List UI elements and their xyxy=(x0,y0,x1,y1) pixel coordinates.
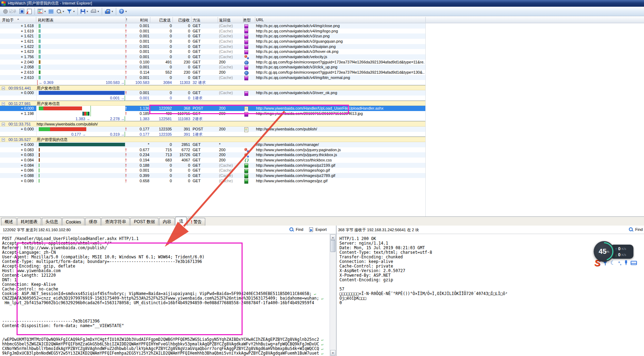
column-separator[interactable] xyxy=(125,17,126,23)
col-status-header[interactable]: 返回值 xyxy=(219,18,231,23)
col-time-header[interactable]: 时间 xyxy=(140,18,148,23)
request-row[interactable]: + 1.621!0.00100GET(Cache)http://s.pc.qq.… xyxy=(0,39,425,44)
export-icon[interactable] xyxy=(309,227,313,232)
summary-row[interactable]: 0.177 →0.319 →0.1771223353911请求 xyxy=(0,132,425,137)
column-separator[interactable] xyxy=(218,17,218,23)
col-recv-header[interactable]: 已接收 xyxy=(178,18,190,23)
pane-divider[interactable] xyxy=(336,226,337,356)
col-method-header[interactable]: 方法 xyxy=(193,18,200,23)
microphone-icon[interactable] xyxy=(624,260,628,266)
column-separator[interactable] xyxy=(36,17,36,23)
request-url[interactable]: http://www.yiwenbaida.com/images/logo.gi… xyxy=(256,168,424,173)
tab-内容[interactable]: 内容 xyxy=(159,218,175,226)
tab-查询字符串[interactable]: 查询字符串 xyxy=(101,218,130,226)
export-button[interactable]: Export xyxy=(315,227,327,232)
column-separator[interactable] xyxy=(243,17,243,23)
find-button[interactable]: Find xyxy=(296,227,303,232)
request-row[interactable]: + 0.000*02851GET*http://www.yiwenbaida.c… xyxy=(0,142,425,147)
title-bar[interactable]: HttpWatch [用户管理我的信息 - Internet Explorer] xyxy=(0,0,644,7)
record-button[interactable]: 记录 xyxy=(2,7,18,15)
tab-POST 数据[interactable]: POST 数据 xyxy=(130,218,158,226)
column-separator[interactable] xyxy=(150,17,150,23)
request-url[interactable]: http://s.pc.qq.com/navigate/adc/v4/img/c… xyxy=(256,23,424,29)
col-excl-header[interactable]: ! xyxy=(126,18,127,22)
request-row[interactable]: + 2.040!0.100491230GET200http://c.gj.qq.… xyxy=(0,60,425,65)
request-row[interactable]: + 2.058!0.00100GET(Cache)http://s.pc.qq.… xyxy=(0,65,425,70)
scroll-up-icon[interactable]: ▲ xyxy=(330,234,336,240)
memory-usage-gauge[interactable]: 45 % xyxy=(594,241,614,262)
request-url[interactable]: http://s.pc.qq.com/navigate/adc/v3/guang… xyxy=(256,39,424,44)
request-row[interactable]: + 0.084!0.1946834067GET200{}http://www.y… xyxy=(0,158,425,163)
punctuation-icon[interactable]: °, xyxy=(618,260,621,266)
request-row[interactable]: + 0.084!0.18800GET(Cache)http://www.yiwe… xyxy=(0,163,425,168)
request-url[interactable]: http://s.pc.qq.com/navigate/adc/v4/img/l… xyxy=(256,29,424,34)
request-url[interactable]: http://www.yiwenbaida.com/publish/ xyxy=(256,127,424,132)
request-row[interactable]: + 2.610!0.114552230GET200http://c.gj.qq.… xyxy=(0,70,425,75)
column-separator[interactable] xyxy=(425,17,426,23)
filter-button[interactable]: ▾ xyxy=(65,7,76,15)
column-header-row[interactable]: 开始于耗时图表!时间已发送已接收方法返回值类型URL▲ xyxy=(0,16,644,23)
collapse-icon[interactable] xyxy=(2,123,5,126)
tab-耗时图表[interactable]: 耗时图表 xyxy=(17,218,41,226)
request-row[interactable]: + 1.621!0.00100GET(Cache)http://s.pc.qq.… xyxy=(0,33,425,39)
request-row[interactable]: + 2.610!0.00100GET(Cache)http://s.pc.qq.… xyxy=(0,75,425,80)
tab-Cookies[interactable]: Cookies xyxy=(62,218,85,226)
request-row[interactable]: + 1.756!0.00100GET(Cache)http://s.pc.qq.… xyxy=(0,54,425,60)
request-row[interactable]: + 0.086!0.00100GET(Cache)http://www.yiwe… xyxy=(0,168,425,173)
request-url[interactable]: http://s.pc.qq.com/navigate/adc/v3/zuo.p… xyxy=(256,33,424,39)
group-header-row[interactable]: 00:11:35.527用户管理我的信息 xyxy=(0,137,425,142)
summary-row[interactable]: ← 0.369100.583 →100.58330841130332 请求 xyxy=(0,80,425,85)
scrollbar-thumb[interactable] xyxy=(330,240,336,252)
col-url-header[interactable]: URL xyxy=(256,18,264,22)
request-url[interactable]: http://www.yiwenbaida.com/css/thickbox.c… xyxy=(256,158,424,163)
request-row[interactable]: + 0.083!0.23471315726GET200http://www.yi… xyxy=(0,152,425,158)
column-separator[interactable] xyxy=(173,17,173,23)
request-row[interactable]: + 1.619!0.00100GET(Cache)http://s.pc.qq.… xyxy=(0,29,425,34)
request-url[interactable]: http://s.pc.qq.com/navigate/adc/v3/suipi… xyxy=(256,44,424,49)
scroll-down-icon[interactable]: ▼ xyxy=(330,350,336,356)
request-url[interactable]: http://s.pc.qq.com/navigate/adc/velocity… xyxy=(256,54,424,60)
keyboard-icon[interactable] xyxy=(631,261,637,265)
col-start-header[interactable]: 开始于 xyxy=(2,18,14,23)
col-sent-header[interactable]: 已发送 xyxy=(159,18,171,23)
tab-警告[interactable]: !警告 xyxy=(187,218,205,226)
request-url[interactable]: http://www.yiwenbaida.com/manage/ xyxy=(256,142,424,147)
column-separator[interactable] xyxy=(191,17,192,23)
request-url[interactable]: http://s.pc.qq.com/navigate/adc/v3/click… xyxy=(256,65,424,70)
request-row[interactable]: + 0.089!0.65800GET(Cache)http://www.yiwe… xyxy=(0,178,425,184)
print-button[interactable]: ▾ xyxy=(89,7,100,15)
request-row[interactable]: + 1.618!0.00100GET(Cache)http://s.pc.qq.… xyxy=(0,23,425,29)
stream-scrollbar[interactable]: ▲ ▼ xyxy=(330,234,336,356)
find-icon[interactable] xyxy=(289,227,294,232)
group-header-row[interactable]: 00:11:33.751http://www.yiwenbaida.com/pu… xyxy=(0,121,425,127)
find-button-right[interactable]: Find xyxy=(635,227,643,232)
tab-流[interactable]: 流 xyxy=(175,217,187,226)
group-header-row[interactable]: 00:09:51.441用户发布信息 xyxy=(0,85,425,91)
request-url[interactable]: http://c.gj.qq.com/fcgi-bin/microreport?… xyxy=(256,60,424,65)
request-url[interactable]: http://www.yiwenbaida.com/images/jpz.gif xyxy=(256,178,424,184)
request-url[interactable]: http://c.gj.qq.com/fcgi-bin/microreport?… xyxy=(256,70,424,75)
request-row[interactable]: + 0.000!0.177122335391POST200http://www.… xyxy=(0,127,425,132)
request-row[interactable]: + 0.000!0.00100GET(Cache)http://s.pc.qq.… xyxy=(0,90,425,96)
request-row[interactable]: + 1.622!0.00100GET(Cache)http://s.pc.qq.… xyxy=(0,44,425,49)
request-url[interactable]: http://s.pc.qq.com/navigate/adc/v3/over_… xyxy=(256,90,424,96)
clear-button[interactable]: ✗ xyxy=(26,7,33,15)
find-icon-right[interactable] xyxy=(629,227,633,232)
request-url[interactable]: http://s.pc.qq.com/navigate/adc/v4/img/b… xyxy=(256,75,424,80)
stop-button[interactable] xyxy=(18,7,26,15)
request-row[interactable]: + 0.088!0.39900GET(Cache)http://www.yiwe… xyxy=(0,173,425,178)
collapse-icon[interactable] xyxy=(2,102,5,105)
summary-row[interactable]: 1.383 →2.278 →1.3831225811110832请求 xyxy=(0,116,425,122)
request-row[interactable]: + 1.623!0.00100GET(Cache)http://s.pc.qq.… xyxy=(0,49,425,54)
search-button[interactable]: ▾ xyxy=(55,7,65,15)
request-url[interactable]: http://www.yiwenbaida.com/images/pz2789.… xyxy=(256,173,424,178)
tab-头信息[interactable]: 头信息 xyxy=(42,218,62,226)
collapse-icon[interactable] xyxy=(2,87,5,90)
col-type-header[interactable]: 类型 xyxy=(243,18,251,23)
request-row[interactable]: + 0.083!0.6777156772GET200http://www.yiw… xyxy=(0,147,425,153)
tools-button[interactable]: ▾ xyxy=(104,7,114,15)
request-url[interactable]: http://s.pc.qq.com/navigate/adc/v3/hover… xyxy=(256,49,424,54)
tab-缓存[interactable]: 缓存 xyxy=(85,218,101,226)
request-url[interactable]: http://www.yiwenbaida.com/js/jquery.thic… xyxy=(256,152,424,158)
summary-button[interactable]: ▾ xyxy=(36,7,47,15)
